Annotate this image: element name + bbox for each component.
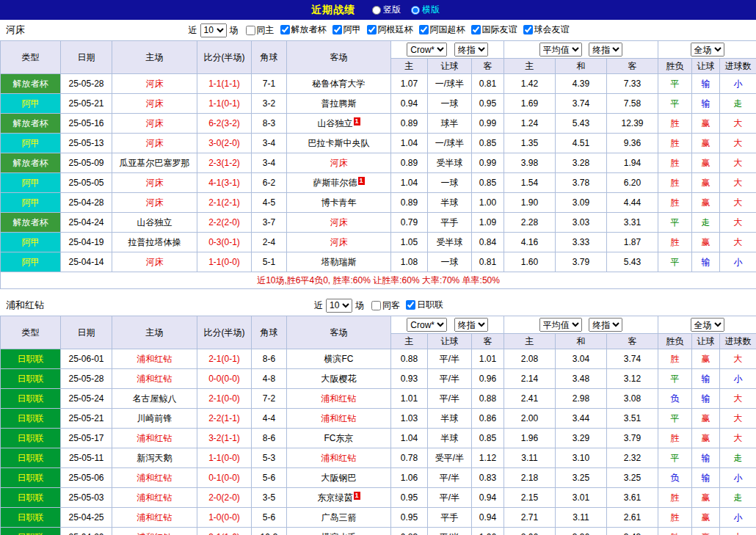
home-team[interactable]: 浦和红钻 <box>112 429 197 448</box>
home-team[interactable]: 川崎前锋 <box>112 409 197 429</box>
away-team[interactable]: 秘鲁体育大学 <box>287 74 391 94</box>
score-link[interactable]: 3-1(1-0) <box>197 528 252 535</box>
match-count-select[interactable]: 10 <box>200 23 227 37</box>
score-link[interactable]: 3-2(1-1) <box>197 429 252 448</box>
home-team[interactable]: 瓜亚基尔巴塞罗那 <box>112 153 197 173</box>
home-team[interactable]: 河床 <box>112 252 197 272</box>
score-link[interactable]: 1-1(1-1) <box>197 74 252 94</box>
vertical-layout-radio[interactable] <box>372 6 381 15</box>
bookmaker-select[interactable]: Crow* <box>407 318 447 332</box>
same-venue-filter[interactable]: 同客 <box>371 299 400 312</box>
away-team[interactable]: 浦和红钻 <box>287 389 391 409</box>
away-team[interactable]: 博卡青年 <box>287 193 391 213</box>
away-team[interactable]: 塔勒瑞斯 <box>287 252 391 272</box>
score-link[interactable]: 2-1(2-1) <box>197 193 252 213</box>
away-team[interactable]: 巴拉卡斯中央队 <box>287 134 391 153</box>
league-checkbox[interactable] <box>332 25 342 34</box>
scope-select[interactable]: 全场 <box>691 318 724 332</box>
home-team[interactable]: 河床 <box>112 173 197 193</box>
corner-score: 8-3 <box>252 114 287 134</box>
scope-select[interactable]: 全场 <box>691 43 724 57</box>
score-link[interactable]: 2-3(1-2) <box>197 153 252 173</box>
home-team[interactable]: 拉普拉塔体操 <box>112 233 197 252</box>
handicap-final-select[interactable]: 终指 <box>454 318 488 332</box>
league-filter[interactable]: 日职联 <box>406 299 443 311</box>
home-team[interactable]: 浦和红钻 <box>112 508 197 528</box>
away-team[interactable]: 横滨水手 <box>287 528 391 535</box>
away-team[interactable]: 东京绿茵1 <box>287 488 391 508</box>
away-team[interactable]: 萨斯菲尔德1 <box>287 173 391 193</box>
away-team[interactable]: 普拉腾斯 <box>287 94 391 114</box>
score-link[interactable]: 2-0(2-0) <box>197 488 252 508</box>
league-filter[interactable]: 阿根廷杯 <box>367 23 413 36</box>
home-team[interactable]: 河床 <box>112 74 197 94</box>
match-result: 胜 <box>658 114 692 134</box>
home-team[interactable]: 浦和红钻 <box>112 349 197 369</box>
away-team[interactable]: FC东京 <box>287 429 391 448</box>
score-link[interactable]: 1-0(0-0) <box>197 508 252 528</box>
home-team[interactable]: 名古屋鲸八 <box>112 389 197 409</box>
away-team[interactable]: 浦和红钻 <box>287 448 391 468</box>
away-team[interactable]: 浦和红钻 <box>287 409 391 429</box>
home-team[interactable]: 浦和红钻 <box>112 528 197 535</box>
handicap-odds-away: 0.88 <box>472 389 504 409</box>
layout-option-horizontal[interactable]: 横版 <box>411 4 440 16</box>
corner-score: 4-8 <box>252 369 287 389</box>
score-link[interactable]: 1-1(0-0) <box>197 252 252 272</box>
match-row: 解放者杯25-04-24山谷独立2-2(2-0)3-7河床0.79平手1.092… <box>1 213 756 233</box>
score-link[interactable]: 0-1(0-0) <box>197 468 252 488</box>
score-link[interactable]: 4-1(3-1) <box>197 173 252 193</box>
bookmaker-select[interactable]: Crow* <box>407 43 447 57</box>
league-checkbox[interactable] <box>523 25 533 34</box>
home-team[interactable]: 浦和红钻 <box>112 468 197 488</box>
horizontal-layout-radio[interactable] <box>411 6 420 15</box>
home-team[interactable]: 河床 <box>112 134 197 153</box>
home-team[interactable]: 河床 <box>112 193 197 213</box>
score-link[interactable]: 2-2(2-0) <box>197 213 252 233</box>
away-team[interactable]: 横滨FC <box>287 349 391 369</box>
league-checkbox[interactable] <box>419 25 429 34</box>
layout-option-vertical[interactable]: 竖版 <box>372 4 401 16</box>
league-filter[interactable]: 球会友谊 <box>523 23 570 36</box>
europe-final-select[interactable]: 终指 <box>589 318 622 332</box>
away-team[interactable]: 河床 <box>287 233 391 252</box>
league-filter[interactable]: 解放者杯 <box>280 23 327 36</box>
away-team[interactable]: 河床 <box>287 213 391 233</box>
score-link[interactable]: 1-1(0-1) <box>197 94 252 114</box>
league-filter[interactable]: 国际友谊 <box>471 23 517 36</box>
score-link[interactable]: 0-3(0-1) <box>197 233 252 252</box>
home-team[interactable]: 浦和红钻 <box>112 488 197 508</box>
score-link[interactable]: 2-2(1-1) <box>197 409 252 429</box>
home-team[interactable]: 河床 <box>112 94 197 114</box>
home-team[interactable]: 山谷独立 <box>112 213 197 233</box>
league-checkbox[interactable] <box>406 300 415 310</box>
score-link[interactable]: 0-0(0-0) <box>197 369 252 389</box>
score-link[interactable]: 2-1(0-0) <box>197 389 252 409</box>
home-team[interactable]: 河床 <box>112 114 197 134</box>
away-team[interactable]: 广岛三箭 <box>287 508 391 528</box>
score-link[interactable]: 2-1(0-1) <box>197 349 252 369</box>
league-checkbox[interactable] <box>280 25 290 34</box>
league-filter[interactable]: 阿国超杯 <box>419 23 465 36</box>
away-team[interactable]: 山谷独立1 <box>287 114 391 134</box>
score-link[interactable]: 6-2(3-2) <box>197 114 252 134</box>
home-team[interactable]: 浦和红钻 <box>112 369 197 389</box>
same-venue-checkbox[interactable] <box>246 26 255 35</box>
handicap-final-select[interactable]: 终指 <box>454 43 488 57</box>
league-checkbox[interactable] <box>471 25 481 34</box>
average-select[interactable]: 平均值 <box>539 318 582 332</box>
away-team[interactable]: 大阪钢巴 <box>287 468 391 488</box>
europe-final-select[interactable]: 终指 <box>589 43 622 57</box>
away-team[interactable]: 河床 <box>287 153 391 173</box>
league-filter[interactable]: 阿甲 <box>332 23 361 36</box>
league-checkbox[interactable] <box>367 25 377 34</box>
match-count-select[interactable]: 10 <box>326 299 352 313</box>
average-select[interactable]: 平均值 <box>539 43 582 57</box>
col-goals: 进球数 <box>720 59 756 74</box>
score-link[interactable]: 1-1(0-0) <box>197 448 252 468</box>
same-venue-filter[interactable]: 同主 <box>246 24 275 37</box>
home-team[interactable]: 新泻天鹅 <box>112 448 197 468</box>
same-venue-checkbox[interactable] <box>371 301 381 310</box>
score-link[interactable]: 3-0(2-0) <box>197 134 252 153</box>
away-team[interactable]: 大阪樱花 <box>287 369 391 389</box>
